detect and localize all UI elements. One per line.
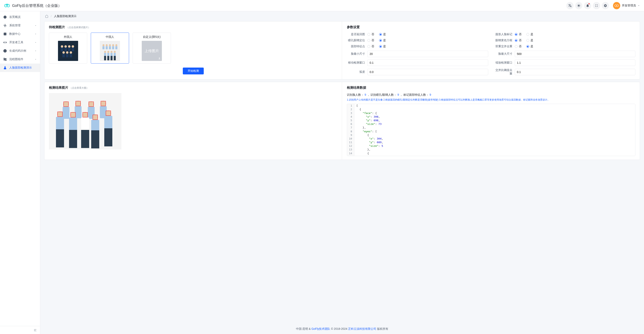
params-panel: 参数设置 是否返回图 否 是 圆形人脸标记 — [342, 21, 640, 79]
upload-icon — [158, 57, 161, 60]
param-label: 脸最小尺寸 — [347, 52, 365, 56]
image-card-foreigner[interactable]: 外国人 — [49, 32, 87, 64]
svg-point-38 — [112, 44, 114, 46]
sidebar-item-codegen[interactable]: 生成代码示例 — [0, 47, 40, 55]
collapse-icon — [34, 329, 37, 332]
result-image[interactable] — [49, 93, 122, 150]
avatar — [613, 2, 620, 9]
param-label: 圆形人脸标记 — [494, 32, 512, 36]
shift-window-input[interactable] — [368, 59, 488, 66]
radio-no[interactable]: 否 — [368, 45, 374, 48]
sidebar-collapse-toggle[interactable] — [0, 326, 40, 334]
theme-icon[interactable] — [575, 2, 582, 9]
radio-yes[interactable]: 是 — [526, 39, 533, 42]
face-rect — [70, 112, 76, 117]
image-card-chinese[interactable]: 中国人 — [91, 32, 129, 64]
param-label: 双重交并去重 — [494, 45, 512, 48]
section-title: 检测结果数据 — [347, 86, 366, 90]
param-label: 交并比阈值去重 — [494, 68, 512, 76]
param-min-face: 脸最小尺寸 — [347, 51, 488, 57]
face-rect — [82, 112, 88, 117]
svg-point-27 — [66, 51, 68, 54]
scale-window-input[interactable] — [515, 59, 636, 66]
svg-rect-73 — [91, 120, 99, 132]
card-title: 中国人 — [106, 35, 114, 39]
svg-rect-6 — [4, 33, 6, 35]
translate-icon[interactable] — [566, 2, 574, 9]
svg-point-21 — [68, 45, 70, 48]
home-icon[interactable] — [45, 15, 48, 18]
radio-no[interactable]: 否 — [515, 39, 522, 42]
sidebar-item-face-detection[interactable]: 人脸面部检测演示 — [0, 64, 40, 72]
breadcrumb: / 人脸面部检测演示 — [40, 11, 644, 21]
svg-point-32 — [102, 44, 104, 46]
sidebar-item-flowchart[interactable]: 流程图组件 — [0, 55, 40, 64]
radio-yes[interactable]: 是 — [379, 39, 386, 42]
svg-rect-33 — [102, 46, 104, 49]
svg-rect-22 — [68, 48, 70, 51]
upload-text: 上传图片 — [144, 48, 159, 53]
image-card-custom[interactable]: 自定义(限5次) 上传图片 — [133, 32, 171, 64]
footer-link-company[interactable]: 正科云滇科技有限公司 — [348, 327, 376, 331]
min-face-input[interactable] — [368, 51, 488, 57]
param-eye-yellow: 眼睛黄色方框 否 是 — [494, 39, 636, 42]
svg-point-23 — [72, 45, 74, 48]
svg-rect-67 — [69, 117, 77, 132]
sidebar-item-system[interactable]: 系统管理 — [0, 21, 40, 30]
svg-point-42 — [104, 51, 106, 53]
face-rect — [92, 115, 98, 120]
face-rect — [57, 112, 62, 117]
svg-rect-31 — [100, 41, 120, 61]
dashboard-icon — [3, 15, 7, 19]
image-select-panel: 待检测图片 （点击选择测试图片） 外国人 — [44, 21, 342, 79]
svg-rect-70 — [81, 117, 89, 132]
footer-link-team[interactable]: GoFly技术团队 — [312, 327, 330, 331]
svg-point-29 — [70, 51, 72, 54]
app-header: GoFly后台管理系统（企业版） 开发管理员 — [0, 0, 644, 11]
sidebar-item-devtools[interactable]: 开发者工具 — [0, 38, 40, 47]
radio-yes[interactable]: 是 — [526, 45, 533, 48]
svg-point-51 — [114, 51, 116, 53]
radio-yes[interactable]: 是 — [379, 45, 386, 48]
fullscreen-icon[interactable] — [593, 2, 600, 9]
json-code-viewer[interactable]: 1[2 {3 "face": {4 "x": 308,5 "y": 698,6 … — [347, 104, 635, 156]
detect-button[interactable]: 开始检测 — [183, 68, 204, 74]
svg-rect-53 — [114, 56, 116, 60]
radio-no[interactable]: 否 — [515, 32, 522, 36]
compass-icon — [3, 49, 7, 53]
section-title: 参数设置 — [347, 25, 360, 29]
app-title: GoFly后台管理系统（企业版） — [12, 3, 62, 8]
face-rect — [88, 102, 94, 107]
param-arc: 弧度 — [347, 68, 488, 76]
max-face-input[interactable] — [515, 51, 636, 57]
upload-placeholder[interactable]: 上传图片 — [142, 41, 162, 61]
sidebar-item-label: 开发者工具 — [9, 41, 34, 44]
settings-icon[interactable] — [602, 2, 609, 9]
chevron-down-icon — [34, 24, 37, 27]
svg-point-34 — [106, 44, 108, 46]
sidebar-item-data[interactable]: 数据中心 — [0, 30, 40, 38]
param-scale-window: 缩放检测窗口 — [494, 59, 636, 66]
radio-yes[interactable]: 是 — [379, 32, 386, 36]
param-label: 瞳孔眼睛定位 — [347, 39, 365, 42]
arc-input[interactable] — [368, 69, 488, 75]
sidebar-item-dashboard[interactable]: 首页概况 — [0, 13, 40, 21]
radio-yes[interactable]: 是 — [526, 32, 533, 36]
logo: GoFly后台管理系统（企业版） — [4, 2, 62, 9]
sidebar-item-label: 首页概况 — [9, 15, 37, 19]
svg-point-36 — [109, 44, 111, 46]
user-menu[interactable]: 开发管理员 — [613, 2, 640, 9]
notification-icon[interactable] — [584, 2, 591, 9]
svg-rect-50 — [110, 56, 112, 60]
section-title: 待检测图片 — [49, 25, 65, 29]
radio-no[interactable]: 否 — [515, 45, 522, 48]
svg-point-45 — [107, 51, 109, 53]
radio-no[interactable]: 否 — [368, 32, 374, 36]
face-rect — [101, 101, 106, 106]
logo-icon — [4, 2, 10, 9]
result-data-panel: 检测结果数据 识别脸人数： 9 ， 识别瞳孔/眼睛人数： 9 ， 标记面部特征人… — [342, 82, 640, 160]
param-return-image: 是否返回图 否 是 — [347, 32, 488, 36]
radio-no[interactable]: 否 — [368, 39, 374, 42]
param-label: 弧度 — [347, 70, 365, 74]
iou-threshold-input[interactable] — [515, 69, 636, 75]
